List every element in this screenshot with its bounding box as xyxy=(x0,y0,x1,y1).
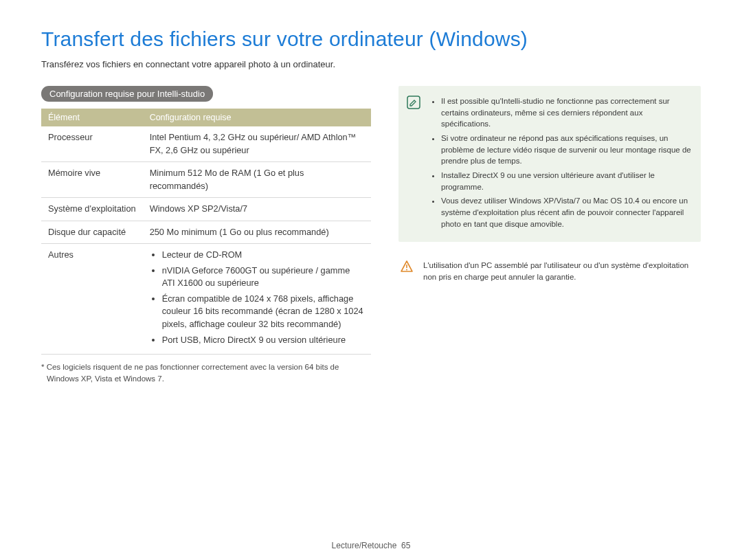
row-value-cpu: Intel Pentium 4, 3,2 GHz ou supérieur/ A… xyxy=(143,126,371,162)
footer-section: Lecture/Retouche xyxy=(332,541,397,550)
svg-point-2 xyxy=(406,269,407,271)
page-footer: Lecture/Retouche 65 xyxy=(0,541,742,550)
section-label-requirements: Configuration requise pour Intelli-studi… xyxy=(41,86,213,102)
table-row: Mémoire vive Minimum 512 Mo de RAM (1 Go… xyxy=(41,162,371,198)
table-head-requirement: Configuration requise xyxy=(143,109,371,126)
warning-triangle-icon xyxy=(400,260,415,282)
row-value-other: Lecteur de CD-ROM nVIDIA Geforce 7600GT … xyxy=(143,244,371,355)
table-row: Autres Lecteur de CD-ROM nVIDIA Geforce … xyxy=(41,244,371,355)
row-label-other: Autres xyxy=(41,244,143,355)
left-column: Configuration requise pour Intelli-studi… xyxy=(41,86,371,384)
footer-page-number: 65 xyxy=(401,541,410,550)
row-label-cpu: Processeur xyxy=(41,126,143,162)
list-item: Si votre ordinateur ne répond pas aux sp… xyxy=(441,133,691,167)
row-value-ram: Minimum 512 Mo de RAM (1 Go et plus reco… xyxy=(143,162,371,198)
two-column-layout: Configuration requise pour Intelli-studi… xyxy=(41,86,701,384)
list-item: Écran compatible de 1024 x 768 pixels, a… xyxy=(162,293,364,331)
page-intro: Transférez vos fichiers en connectant vo… xyxy=(41,59,701,69)
table-row: Processeur Intel Pentium 4, 3,2 GHz ou s… xyxy=(41,126,371,162)
note-pencil-icon xyxy=(407,96,422,232)
right-column: Il est possible qu'Intelli-studio ne fon… xyxy=(398,86,701,384)
list-item: Port USB, Micro DirectX 9 ou version ult… xyxy=(162,334,364,347)
row-value-os: Windows XP SP2/Vista/7 xyxy=(143,198,371,221)
warning-box: L'utilisation d'un PC assemblé par l'uti… xyxy=(398,257,701,285)
footnote: * Ces logiciels risquent de ne pas fonct… xyxy=(41,361,371,384)
row-value-disk: 250 Mo minimum (1 Go ou plus recommandé) xyxy=(143,221,371,244)
note-box: Il est possible qu'Intelli-studio ne fon… xyxy=(398,86,701,242)
list-item: Installez DirectX 9 ou une version ultér… xyxy=(441,170,691,192)
row-label-ram: Mémoire vive xyxy=(41,162,143,198)
row-label-os: Système d'exploitation xyxy=(41,198,143,221)
table-head-item: Élément xyxy=(41,109,143,126)
table-row: Disque dur capacité 250 Mo minimum (1 Go… xyxy=(41,221,371,244)
list-item: Il est possible qu'Intelli-studio ne fon… xyxy=(441,96,691,130)
note-list: Il est possible qu'Intelli-studio ne fon… xyxy=(430,96,691,232)
svg-rect-0 xyxy=(407,96,420,109)
page-root: Transfert des fichiers sur votre ordinat… xyxy=(0,0,742,560)
row-label-disk: Disque dur capacité xyxy=(41,221,143,244)
table-row: Système d'exploitation Windows XP SP2/Vi… xyxy=(41,198,371,221)
requirements-table: Élément Configuration requise Processeur… xyxy=(41,109,371,355)
other-list: Lecteur de CD-ROM nVIDIA Geforce 7600GT … xyxy=(150,249,364,346)
list-item: nVIDIA Geforce 7600GT ou supérieure / ga… xyxy=(162,265,364,290)
list-item: Vous devez utiliser Windows XP/Vista/7 o… xyxy=(441,195,691,229)
table-header-row: Élément Configuration requise xyxy=(41,109,371,126)
warning-text: L'utilisation d'un PC assemblé par l'uti… xyxy=(423,260,698,282)
list-item: Lecteur de CD-ROM xyxy=(162,249,364,262)
page-title: Transfert des fichiers sur votre ordinat… xyxy=(41,27,701,51)
